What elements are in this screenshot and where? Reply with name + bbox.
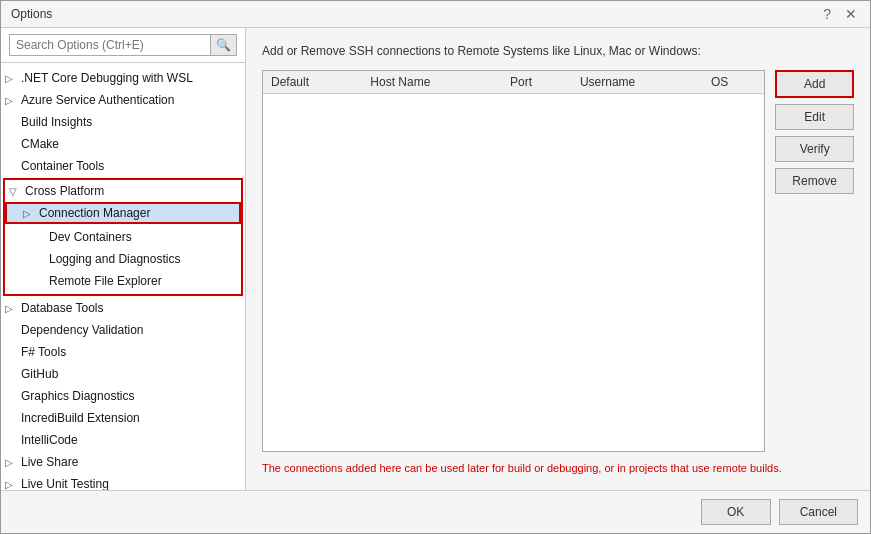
tree-item-database-tools: ▷ Database Tools [1,297,245,319]
tree-label-build-insights: Build Insights [21,115,92,129]
tree-row-live-unit-testing[interactable]: ▷ Live Unit Testing [1,475,245,490]
tree-label-dependency-validation: Dependency Validation [21,323,144,337]
tree-item-net-core: ▷ .NET Core Debugging with WSL [1,67,245,89]
tree-label-logging-diagnostics: Logging and Diagnostics [49,252,180,266]
tree-item-live-unit-testing: ▷ Live Unit Testing [1,473,245,490]
remove-button[interactable]: Remove [775,168,854,194]
help-button[interactable]: ? [820,7,834,21]
col-port: Port [502,71,572,94]
col-os: OS [703,71,764,94]
tree-item-connection-manager: ▷ Connection Manager [5,200,241,226]
tree: ▷ .NET Core Debugging with WSL ▷ Azure S… [1,63,245,490]
cancel-button[interactable]: Cancel [779,499,858,525]
tree-label-net-core: .NET Core Debugging with WSL [21,71,193,85]
tree-row-cross-platform[interactable]: ▽ Cross Platform [5,182,241,200]
tree-label-cross-platform: Cross Platform [25,184,104,198]
tree-item-fsharp: ▷ F# Tools [1,341,245,363]
action-buttons: Add Edit Verify Remove [775,70,854,452]
edit-button[interactable]: Edit [775,104,854,130]
tree-row-graphics-diagnostics[interactable]: ▷ Graphics Diagnostics [1,387,245,405]
dialog-footer: OK Cancel [1,490,870,533]
table-header-row: Default Host Name Port Username OS [263,71,764,94]
tree-label-remote-file-explorer: Remote File Explorer [49,274,162,288]
table-area: Default Host Name Port Username OS Add [262,70,854,452]
verify-button[interactable]: Verify [775,136,854,162]
tree-item-container-tools: ▷ Container Tools [1,155,245,177]
footer-note: The connections added here can be used l… [262,462,854,474]
search-button[interactable]: 🔍 [211,34,237,56]
tree-item-live-share: ▷ Live Share [1,451,245,473]
tree-row-incredibuild[interactable]: ▷ IncrediBuild Extension [1,409,245,427]
search-box: 🔍 [1,28,245,63]
window-title: Options [11,7,52,21]
tree-item-incredibuild: ▷ IncrediBuild Extension [1,407,245,429]
tree-label-incredibuild: IncrediBuild Extension [21,411,140,425]
col-default: Default [263,71,362,94]
tree-row-remote-file-explorer[interactable]: ▷ Remote File Explorer [5,272,241,290]
expand-icon-live-unit-testing: ▷ [5,479,21,490]
col-username: Username [572,71,703,94]
close-button[interactable]: ✕ [842,7,860,21]
tree-row-intellicode[interactable]: ▷ IntelliCode [1,431,245,449]
search-input[interactable] [9,34,211,56]
tree-row-dependency-validation[interactable]: ▷ Dependency Validation [1,321,245,339]
tree-label-intellicode: IntelliCode [21,433,78,447]
tree-label-database-tools: Database Tools [21,301,104,315]
tree-row-cmake[interactable]: ▷ CMake [1,135,245,153]
tree-item-logging-diagnostics: ▷ Logging and Diagnostics [5,248,241,270]
tree-label-dev-containers: Dev Containers [49,230,132,244]
tree-item-azure-auth: ▷ Azure Service Authentication [1,89,245,111]
tree-item-build-insights: ▷ Build Insights [1,111,245,133]
ok-button[interactable]: OK [701,499,771,525]
tree-label-connection-manager: Connection Manager [39,206,150,220]
tree-row-github[interactable]: ▷ GitHub [1,365,245,383]
tree-row-connection-manager[interactable]: ▷ Connection Manager [5,202,241,224]
left-panel: 🔍 ▷ .NET Core Debugging with WSL ▷ Azure… [1,28,246,490]
tree-label-fsharp: F# Tools [21,345,66,359]
tree-row-azure-auth[interactable]: ▷ Azure Service Authentication [1,91,245,109]
connections-table: Default Host Name Port Username OS [263,71,764,94]
tree-item-github: ▷ GitHub [1,363,245,385]
tree-item-cross-platform: ▽ Cross Platform ▷ Connection Manager ▷ [3,178,243,296]
tree-item-cmake: ▷ CMake [1,133,245,155]
tree-item-dependency-validation: ▷ Dependency Validation [1,319,245,341]
right-panel: Add or Remove SSH connections to Remote … [246,28,870,490]
tree-label-live-unit-testing: Live Unit Testing [21,477,109,490]
tree-item-dev-containers: ▷ Dev Containers [5,226,241,248]
tree-row-fsharp[interactable]: ▷ F# Tools [1,343,245,361]
tree-row-live-share[interactable]: ▷ Live Share [1,453,245,471]
content-area: 🔍 ▷ .NET Core Debugging with WSL ▷ Azure… [1,28,870,490]
tree-label-graphics-diagnostics: Graphics Diagnostics [21,389,134,403]
tree-row-database-tools[interactable]: ▷ Database Tools [1,299,245,317]
tree-row-dev-containers[interactable]: ▷ Dev Containers [5,228,241,246]
expand-icon-azure-auth: ▷ [5,95,21,106]
tree-row-container-tools[interactable]: ▷ Container Tools [1,157,245,175]
tree-row-build-insights[interactable]: ▷ Build Insights [1,113,245,131]
expand-icon-live-share: ▷ [5,457,21,468]
tree-label-live-share: Live Share [21,455,78,469]
expand-icon-net-core: ▷ [5,73,21,84]
main-header-text: Add or Remove SSH connections to Remote … [262,44,854,58]
tree-label-azure-auth: Azure Service Authentication [21,93,174,107]
title-bar: Options ? ✕ [1,1,870,28]
tree-item-remote-file-explorer: ▷ Remote File Explorer [5,270,241,292]
tree-label-cmake: CMake [21,137,59,151]
tree-item-graphics-diagnostics: ▷ Graphics Diagnostics [1,385,245,407]
tree-label-github: GitHub [21,367,58,381]
tree-label-container-tools: Container Tools [21,159,104,173]
options-dialog: Options ? ✕ 🔍 ▷ .NET Core Debugging with… [0,0,871,534]
tree-item-intellicode: ▷ IntelliCode [1,429,245,451]
expand-icon-database-tools: ▷ [5,303,21,314]
add-button[interactable]: Add [775,70,854,98]
title-bar-controls: ? ✕ [820,7,860,21]
connections-table-wrapper: Default Host Name Port Username OS [262,70,765,452]
col-hostname: Host Name [362,71,502,94]
expand-icon-connection-manager: ▷ [23,208,39,219]
tree-row-net-core[interactable]: ▷ .NET Core Debugging with WSL [1,69,245,87]
expand-icon-cross-platform: ▽ [9,186,25,197]
tree-row-logging-diagnostics[interactable]: ▷ Logging and Diagnostics [5,250,241,268]
